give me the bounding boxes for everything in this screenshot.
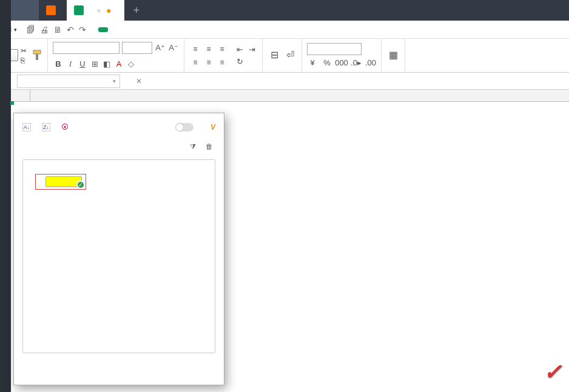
- align-bottom-right-icon[interactable]: ≡: [216, 56, 228, 68]
- decimal-increase-icon[interactable]: .0▸: [351, 58, 362, 68]
- fill-color-button[interactable]: ◧: [101, 59, 112, 70]
- redo-icon[interactable]: ↷: [79, 25, 86, 35]
- font-name-input[interactable]: [53, 42, 120, 54]
- clear-format-button[interactable]: ◇: [126, 59, 136, 70]
- advanced-badge-icon: V: [210, 123, 215, 131]
- copy-button[interactable]: ⎘: [21, 56, 29, 65]
- conditional-format-icon: ▦: [386, 49, 400, 61]
- sort-asc-button[interactable]: A↓: [22, 123, 33, 131]
- italic-button[interactable]: I: [65, 59, 76, 70]
- ribbon-tab-layout[interactable]: [127, 27, 137, 32]
- tab-docer[interactable]: [39, 0, 67, 21]
- preview-icon[interactable]: 🗎: [53, 25, 62, 35]
- new-tab-button[interactable]: +: [124, 0, 148, 21]
- sort-desc-icon: Z↓: [42, 123, 50, 131]
- select-all-corner[interactable]: [11, 90, 30, 101]
- conditional-format-button[interactable]: ▦: [386, 49, 400, 62]
- underline-button[interactable]: U: [77, 59, 88, 70]
- increase-font-icon[interactable]: A⁺: [155, 42, 166, 53]
- ribbon-tab-security[interactable]: [200, 27, 210, 32]
- ribbon-tab-special[interactable]: [229, 27, 239, 32]
- brush-icon: [32, 49, 42, 61]
- merge-icon: ⊟: [268, 49, 281, 61]
- align-top-right-icon[interactable]: ≡: [216, 43, 228, 55]
- ribbon-group-font: A⁺ A⁻ B I U ⊞ ◧ A ◇: [48, 39, 184, 72]
- color-sort-icon: ⦿: [61, 123, 69, 131]
- ribbon-tab-data[interactable]: [157, 27, 166, 32]
- filter-body: ✓: [22, 159, 215, 353]
- docer-icon: [46, 5, 56, 15]
- cancel-icon[interactable]: ✕: [136, 77, 142, 85]
- quick-access-toolbar: 🗐 🖨 🗎 ↶ ↷: [22, 25, 91, 35]
- tab-menu-icon[interactable]: ▫: [97, 5, 100, 15]
- tab-dot-icon[interactable]: ●: [106, 5, 111, 15]
- comma-icon[interactable]: 000: [336, 58, 347, 68]
- color-swatch-yellow: ✓: [45, 176, 82, 187]
- print-icon[interactable]: 🖨: [40, 25, 49, 35]
- align-bottom-center-icon[interactable]: ≡: [203, 56, 215, 68]
- sort-desc-button[interactable]: Z↓: [42, 123, 53, 131]
- align-top-left-icon[interactable]: ≡: [189, 43, 201, 55]
- advanced-toggle[interactable]: [175, 123, 194, 131]
- orientation-icon[interactable]: ↻: [234, 56, 245, 67]
- selection-rectangle: [11, 102, 13, 104]
- border-button[interactable]: ⊞: [89, 59, 100, 70]
- number-format-select[interactable]: [307, 43, 362, 55]
- sidebar-toggle[interactable]: [0, 0, 11, 21]
- ribbon-tab-formulas[interactable]: [142, 27, 152, 32]
- decrease-font-icon[interactable]: A⁻: [168, 42, 179, 53]
- ribbon-tab-developer[interactable]: [215, 27, 224, 32]
- clear-filter-button[interactable]: 🗑: [206, 142, 215, 151]
- name-box[interactable]: ▾: [17, 75, 120, 88]
- title-bar: ▫ ● +: [0, 0, 569, 21]
- percent-icon[interactable]: %: [322, 58, 332, 68]
- ribbon-tab-home[interactable]: [98, 27, 108, 32]
- funnel-icon: ⧩: [190, 142, 196, 151]
- spreadsheet-icon: [74, 5, 84, 15]
- svg-rect-0: [33, 50, 41, 54]
- wrap-icon: ⏎: [283, 49, 297, 61]
- indent-increase-icon[interactable]: ⇥: [246, 44, 257, 55]
- font-color-button[interactable]: A: [113, 59, 124, 70]
- ribbon-tab-review[interactable]: [171, 27, 181, 32]
- tab-actions: ▫ ●: [91, 5, 117, 15]
- ribbon-group-align: ≡ ≡ ≡ ≡ ≡ ≡ ⇤⇥ ↻: [184, 39, 263, 72]
- decimal-decrease-icon[interactable]: .00: [365, 58, 376, 68]
- indent-decrease-icon[interactable]: ⇤: [234, 44, 245, 55]
- filter-color-option[interactable]: ✓: [35, 174, 86, 190]
- currency-icon[interactable]: ¥: [307, 58, 318, 68]
- font-size-input[interactable]: [122, 42, 152, 54]
- ribbon-tab-view[interactable]: [186, 27, 195, 32]
- tab-document[interactable]: ▫ ●: [67, 0, 124, 21]
- svg-rect-1: [36, 54, 38, 60]
- chevron-down-icon: ▾: [14, 27, 17, 33]
- text-filter-button[interactable]: ⧩: [190, 142, 198, 151]
- formula-bar: ▾ ✕: [0, 73, 569, 90]
- ribbon-group-styles: ▦: [382, 39, 405, 72]
- merge-cells-button[interactable]: ⊟: [268, 49, 281, 62]
- check-icon: ✓: [76, 181, 85, 189]
- align-bottom-left-icon[interactable]: ≡: [189, 56, 201, 68]
- format-painter-button[interactable]: [32, 49, 42, 62]
- ribbon: ✂ ⎘ A⁺ A⁻ B I U ⊞ ◧ A ◇ ≡ ≡ ≡: [0, 39, 569, 73]
- wrap-text-button[interactable]: ⏎: [283, 49, 297, 62]
- ribbon-tab-insert[interactable]: [113, 27, 123, 32]
- undo-icon[interactable]: ↶: [67, 25, 74, 35]
- chevron-down-icon[interactable]: ▾: [113, 78, 116, 84]
- ribbon-tabs: [98, 27, 239, 32]
- column-headers: [11, 90, 569, 102]
- save-icon[interactable]: 🗐: [27, 25, 35, 35]
- scissors-icon: ✂: [21, 47, 27, 55]
- align-top-center-icon[interactable]: ≡: [203, 43, 215, 55]
- left-rail: [0, 21, 11, 392]
- cut-button[interactable]: ✂: [21, 47, 29, 55]
- tab-wps[interactable]: [11, 0, 39, 21]
- sort-by-color-button[interactable]: ⦿: [61, 123, 71, 131]
- bold-button[interactable]: B: [53, 59, 64, 70]
- copy-icon: ⎘: [21, 56, 25, 65]
- wps-logo-icon: [18, 5, 28, 15]
- ribbon-group-merge: ⊟ ⏎: [263, 39, 302, 72]
- sort-asc-icon: A↓: [22, 123, 31, 131]
- trash-icon: 🗑: [206, 142, 213, 151]
- filter-by-bg-label: [23, 161, 215, 170]
